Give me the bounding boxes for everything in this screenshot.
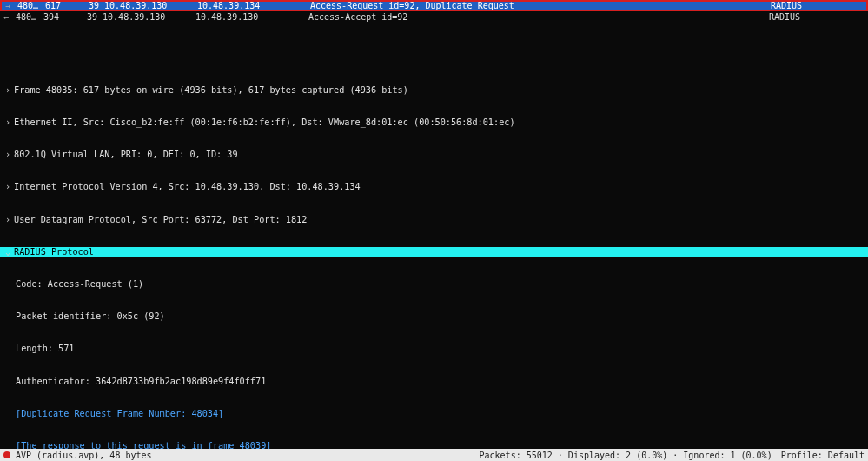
tree-label: RADIUS Protocol: [14, 247, 94, 257]
col-protocol: RADIUS: [769, 12, 830, 22]
col-time: 394: [43, 12, 87, 22]
tree-length[interactable]: Length: 571: [0, 344, 868, 354]
chevron-down-icon[interactable]: ⌄: [5, 247, 14, 257]
tree-code[interactable]: Code: Access-Request (1): [0, 279, 868, 290]
pane-gap: [0, 23, 868, 62]
col-destination: 10.48.39.134: [197, 1, 310, 10]
tree-label: [Duplicate Request Frame Number: 48034]: [16, 409, 223, 419]
status-profile: Profile: Default: [781, 451, 865, 460]
arrow-icon: ←: [3, 12, 9, 22]
tree-label: Ethernet II, Src: Cisco_b2:fe:ff (00:1e:…: [14, 117, 515, 128]
record-indicator-icon: [3, 451, 10, 458]
chevron-right-icon[interactable]: ›: [5, 85, 14, 96]
col-info: Access-Accept id=92: [308, 12, 769, 22]
tree-label: Code: Access-Request (1): [16, 279, 143, 290]
packet-row[interactable]: ← 480… 394 39 10.48.39.130 10.48.39.130 …: [0, 11, 868, 23]
chevron-right-icon[interactable]: ›: [5, 150, 14, 160]
tree-label: Length: 571: [16, 344, 74, 354]
tree-frame[interactable]: ›Frame 48035: 617 bytes on wire (4936 bi…: [0, 85, 868, 96]
col-info: Access-Request id=92, Duplicate Request: [310, 1, 771, 10]
packet-details-tree[interactable]: ›Frame 48035: 617 bytes on wire (4936 bi…: [0, 62, 868, 461]
packet-row-selected[interactable]: → 480… 617 39 10.48.39.130 10.48.39.134 …: [0, 0, 868, 11]
tree-label: Authenticator: 3642d8733b9fb2ac198d89e9f…: [16, 377, 266, 387]
status-bar: AVP (radius.avp), 48 bytes Packets: 5501…: [0, 449, 868, 461]
tree-radius-protocol[interactable]: ⌄RADIUS Protocol: [0, 247, 868, 257]
packet-list: → 480… 617 39 10.48.39.130 10.48.39.134 …: [0, 0, 868, 23]
status-left: AVP (radius.avp), 48 bytes: [16, 451, 152, 460]
arrow-icon: →: [5, 1, 10, 10]
col-source: 39 10.48.39.130: [89, 1, 197, 10]
col-protocol: RADIUS: [771, 1, 832, 10]
tree-label: Packet identifier: 0x5c (92): [16, 311, 165, 322]
tree-ip[interactable]: ›Internet Protocol Version 4, Src: 10.48…: [0, 182, 868, 192]
tree-label: 802.1Q Virtual LAN, PRI: 0, DEI: 0, ID: …: [14, 150, 238, 160]
tree-label: Internet Protocol Version 4, Src: 10.48.…: [14, 182, 361, 192]
tree-label: User Datagram Protocol, Src Port: 63772,…: [14, 215, 307, 225]
tree-duplicate-frame[interactable]: [Duplicate Request Frame Number: 48034]: [0, 409, 868, 419]
tree-udp[interactable]: ›User Datagram Protocol, Src Port: 63772…: [0, 215, 868, 225]
col-destination: 10.48.39.130: [195, 12, 308, 22]
tree-label: Frame 48035: 617 bytes on wire (4936 bit…: [14, 85, 408, 96]
tree-vlan[interactable]: ›802.1Q Virtual LAN, PRI: 0, DEI: 0, ID:…: [0, 150, 868, 160]
tree-ethernet[interactable]: ›Ethernet II, Src: Cisco_b2:fe:ff (00:1e…: [0, 117, 868, 128]
status-packets: Packets: 55012 · Displayed: 2 (0.0%) · I…: [480, 451, 772, 460]
tree-packet-identifier[interactable]: Packet identifier: 0x5c (92): [0, 311, 868, 322]
col-source: 39 10.48.39.130: [87, 12, 195, 22]
chevron-right-icon[interactable]: ›: [5, 117, 14, 128]
col-time: 617: [45, 1, 89, 10]
chevron-right-icon[interactable]: ›: [5, 215, 14, 225]
tree-authenticator[interactable]: Authenticator: 3642d8733b9fb2ac198d89e9f…: [0, 377, 868, 387]
chevron-right-icon[interactable]: ›: [5, 182, 14, 192]
